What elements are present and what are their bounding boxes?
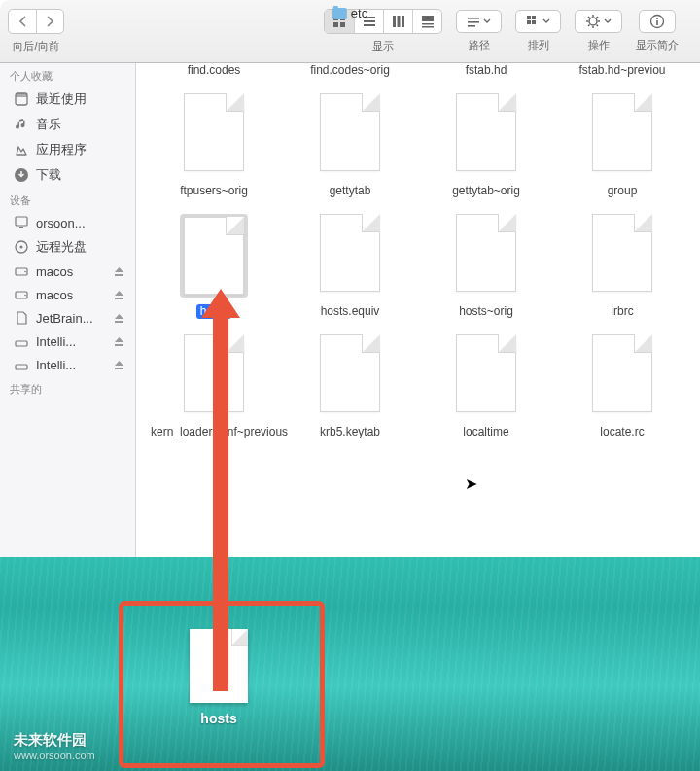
file-item[interactable]: find.codes bbox=[146, 63, 282, 84]
action-button[interactable] bbox=[575, 10, 622, 33]
sidebar-item-music[interactable]: 音乐 bbox=[0, 112, 135, 137]
svg-rect-41 bbox=[115, 274, 123, 276]
imac-icon bbox=[14, 215, 29, 230]
svg-rect-49 bbox=[115, 368, 123, 369]
info-button[interactable] bbox=[639, 10, 676, 33]
annotation-drag-arrow bbox=[213, 314, 228, 691]
file-item[interactable]: locate.rc bbox=[554, 325, 690, 445]
file-item[interactable]: find.codes~orig bbox=[282, 63, 418, 84]
eject-icon[interactable] bbox=[114, 360, 125, 370]
svg-line-27 bbox=[588, 25, 589, 26]
nav-back-button[interactable] bbox=[9, 10, 36, 33]
sidebar-item-macos-1[interactable]: macos bbox=[0, 260, 135, 283]
svg-rect-16 bbox=[527, 16, 531, 19]
eject-icon[interactable] bbox=[114, 266, 125, 277]
disc-icon bbox=[14, 239, 29, 255]
svg-point-38 bbox=[20, 246, 23, 249]
desktop-file-label: hosts bbox=[200, 711, 236, 726]
finder-sidebar: 个人收藏 最近使用 音乐 应用程序 下载 设备 orsoon... 远程光盘 m… bbox=[0, 63, 136, 557]
svg-rect-33 bbox=[16, 93, 27, 97]
path-label: 路径 bbox=[469, 38, 490, 53]
svg-rect-18 bbox=[527, 20, 531, 24]
svg-rect-48 bbox=[16, 365, 27, 369]
svg-point-20 bbox=[589, 18, 597, 25]
file-item[interactable]: irbrc bbox=[554, 204, 690, 325]
file-icon bbox=[316, 214, 384, 298]
svg-rect-19 bbox=[532, 20, 536, 24]
svg-rect-5 bbox=[364, 20, 375, 22]
cursor-icon: ➤ bbox=[465, 474, 477, 493]
applications-icon bbox=[14, 142, 29, 158]
file-item[interactable]: fstab.hd~previou bbox=[554, 63, 690, 84]
svg-rect-7 bbox=[393, 16, 396, 27]
nav-forward-button[interactable] bbox=[36, 10, 63, 33]
file-item[interactable]: hosts~orig bbox=[418, 204, 554, 325]
ext-disk-icon bbox=[14, 357, 29, 372]
watermark: 未来软件园 www.orsoon.com bbox=[14, 731, 95, 761]
recents-icon bbox=[14, 91, 29, 107]
sidebar-item-intelli-2[interactable]: Intelli... bbox=[0, 353, 135, 376]
svg-line-28 bbox=[597, 17, 598, 18]
eject-icon[interactable] bbox=[114, 313, 125, 324]
svg-rect-2 bbox=[333, 22, 338, 27]
sidebar-item-downloads[interactable]: 下载 bbox=[0, 162, 135, 188]
file-item[interactable]: krb5.keytab bbox=[282, 325, 418, 445]
view-label: 显示 bbox=[372, 39, 394, 53]
svg-rect-8 bbox=[397, 16, 400, 27]
svg-rect-13 bbox=[468, 18, 479, 19]
title-text: etc bbox=[351, 6, 368, 20]
file-item[interactable]: hosts.equiv bbox=[282, 204, 418, 325]
sidebar-devices-heading: 设备 bbox=[0, 188, 135, 211]
file-icon bbox=[588, 214, 656, 298]
svg-point-30 bbox=[656, 18, 658, 19]
svg-rect-10 bbox=[422, 16, 434, 21]
arrange-button[interactable] bbox=[515, 10, 561, 33]
svg-rect-47 bbox=[115, 344, 123, 346]
svg-point-40 bbox=[24, 271, 26, 273]
sidebar-shared-heading: 共享的 bbox=[0, 376, 135, 400]
sidebar-item-remote-disc[interactable]: 远程光盘 bbox=[0, 234, 135, 260]
file-icon bbox=[452, 334, 520, 418]
svg-rect-14 bbox=[468, 21, 479, 23]
svg-point-43 bbox=[24, 295, 26, 297]
sidebar-favorites-heading: 个人收藏 bbox=[0, 63, 135, 87]
action-label: 操作 bbox=[588, 38, 610, 53]
ext-disk-icon bbox=[14, 333, 29, 349]
file-icon bbox=[316, 334, 384, 418]
desktop-background[interactable] bbox=[0, 557, 700, 771]
sidebar-item-jetbrain[interactable]: JetBrain... bbox=[0, 306, 135, 330]
file-icon bbox=[588, 93, 656, 177]
file-item[interactable]: group bbox=[554, 84, 690, 204]
path-button[interactable] bbox=[456, 10, 502, 33]
view-coverflow-mode[interactable] bbox=[412, 10, 441, 33]
window-title: etc bbox=[332, 6, 368, 20]
svg-rect-45 bbox=[115, 321, 123, 323]
disk-icon bbox=[14, 263, 29, 279]
svg-rect-3 bbox=[340, 22, 345, 27]
file-icon bbox=[452, 93, 520, 177]
arrange-label: 排列 bbox=[528, 38, 549, 53]
nav-back-forward[interactable] bbox=[8, 9, 64, 34]
svg-rect-11 bbox=[422, 23, 434, 25]
disk-icon bbox=[14, 287, 29, 302]
svg-rect-31 bbox=[656, 20, 658, 25]
file-item[interactable]: gettytab~orig bbox=[418, 84, 554, 204]
svg-rect-17 bbox=[532, 16, 536, 19]
sidebar-item-macos-2[interactable]: macos bbox=[0, 283, 135, 306]
info-label: 显示简介 bbox=[636, 38, 679, 53]
sidebar-item-intelli-1[interactable]: Intelli... bbox=[0, 330, 135, 353]
view-column-mode[interactable] bbox=[383, 10, 412, 33]
file-item[interactable]: gettytab bbox=[282, 84, 418, 204]
file-item[interactable]: fstab.hd bbox=[418, 63, 554, 84]
svg-rect-35 bbox=[16, 217, 27, 226]
file-item[interactable]: localtime bbox=[418, 325, 554, 445]
sidebar-item-computer[interactable]: orsoon... bbox=[0, 211, 135, 234]
svg-rect-36 bbox=[19, 227, 23, 228]
music-icon bbox=[14, 117, 29, 132]
nav-label: 向后/向前 bbox=[13, 39, 58, 53]
file-item[interactable]: ftpusers~orig bbox=[146, 84, 282, 204]
sidebar-item-recents[interactable]: 最近使用 bbox=[0, 87, 135, 112]
sidebar-item-applications[interactable]: 应用程序 bbox=[0, 137, 135, 162]
eject-icon[interactable] bbox=[114, 290, 125, 300]
eject-icon[interactable] bbox=[114, 336, 125, 347]
